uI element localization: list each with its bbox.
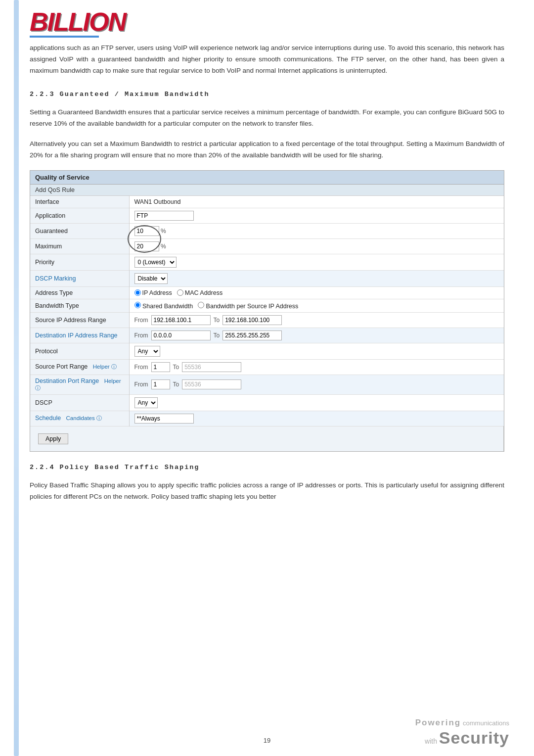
radio-per-source-bw-label[interactable]: Bandwidth per Source IP Address [198,302,298,310]
radio-per-source-bw[interactable] [198,302,204,308]
label-source-port-range: Source Port Range Helper ⓘ [30,359,129,375]
maximum-percent: % [161,243,166,250]
label-maximum: Maximum [30,238,129,254]
table-row: Protocol Any TCP UDP [30,343,504,359]
table-row: Schedule Candidates ⓘ [30,411,504,426]
source-port-to-label: To [173,364,179,371]
qos-subtitle: Add QoS Rule [30,185,504,196]
dest-port-helper-label: Helper [104,378,121,384]
value-address-type: IP Address MAC Address [129,286,504,299]
schedule-candidates-label: Candidates [66,415,95,421]
apply-row: Apply [30,426,504,451]
branding-area: Powering communications with Security [415,718,509,748]
dest-ip-from-label: From [134,332,148,339]
label-source-ip-range: Source IP Address Range [30,312,129,328]
qos-table-container: Quality of Service Add QoS Rule Interfac… [30,170,504,452]
value-dest-ip-range: From To [129,328,504,343]
source-port-from-input[interactable] [151,362,170,372]
powering-text: Powering [415,718,461,727]
qos-form-table: Interface WAN1 Outbound Application Guar… [30,196,504,451]
dest-port-from-label: From [134,381,148,388]
communications-text: communications [463,719,509,727]
source-port-from-label: From [134,364,148,371]
priority-select[interactable]: 0 (Lowest) 1 2 3 (Highest) [134,257,177,268]
with-text: with [425,737,437,745]
dest-ip-to-label: To [214,332,220,339]
header: BILLION [0,0,534,38]
source-ip-to-label: To [214,317,220,324]
section-223-heading: 2.2.3 Guaranteed / Maximum Bandwidth [30,91,504,98]
source-port-range-group: From To [134,362,499,372]
radio-mac-address-label[interactable]: MAC Address [177,289,222,296]
table-row: Source Port Range Helper ⓘ From To [30,359,504,375]
branding-powering: Powering communications [415,718,509,728]
section-224-heading: 2.2.4 Policy Based Traffic Shaping [30,464,504,471]
value-protocol: Any TCP UDP [129,343,504,359]
dest-port-range-group: From To [134,379,499,389]
dest-ip-to-input[interactable] [222,331,282,340]
source-port-helper-label: Helper [93,364,110,370]
guaranteed-input[interactable] [134,226,159,236]
schedule-candidates-icon[interactable]: ⓘ [96,415,102,421]
table-row: DSCP Any [30,394,504,411]
apply-cell: Apply [30,426,504,451]
label-priority: Priority [30,254,129,270]
source-ip-from-input[interactable] [151,315,211,325]
radio-mac-address[interactable] [177,289,183,296]
label-schedule: Schedule Candidates ⓘ [30,411,129,426]
label-dest-ip-range: Destination IP Address Range [30,328,129,343]
radio-shared-bw-label[interactable]: Shared Bandwidth [134,302,193,310]
label-guaranteed: Guaranteed [30,223,129,238]
dest-port-to-input[interactable] [182,379,241,389]
table-row: Source IP Address Range From To [30,312,504,328]
table-row: Destination IP Address Range From To [30,328,504,343]
protocol-select[interactable]: Any TCP UDP [134,346,160,357]
address-type-group: IP Address MAC Address [134,289,499,296]
page-number: 19 [264,737,270,744]
table-row: DSCP Marking Disable Enable [30,270,504,286]
radio-ip-address-label[interactable]: IP Address [134,289,172,296]
table-row: Guaranteed % [30,223,504,238]
dest-port-helper-icon[interactable]: ⓘ [35,385,41,391]
table-row: Priority 0 (Lowest) 1 2 3 (Highest) [30,254,504,270]
section-223-para2: Alternatively you can set a Maximum Band… [30,139,504,161]
maximum-input[interactable] [134,241,159,251]
table-row: Bandwidth Type Shared Bandwidth Bandwidt… [30,299,504,312]
intro-paragraph: applications such as an FTP server, user… [30,43,504,77]
qos-title: Quality of Service [30,171,504,185]
apply-button[interactable]: Apply [38,433,68,444]
logo-text: BILLION [30,9,109,35]
table-row: Address Type IP Address MAC Address [30,286,504,299]
bandwidth-type-group: Shared Bandwidth Bandwidth per Source IP… [134,302,499,310]
value-interface: WAN1 Outbound [129,196,504,208]
dest-ip-from-input[interactable] [151,331,211,340]
radio-ip-address[interactable] [134,289,141,296]
radio-shared-bw[interactable] [134,302,141,308]
dscp-marking-select[interactable]: Disable Enable [134,273,168,284]
dscp-select[interactable]: Any [134,397,158,408]
source-ip-range-group: From To [134,315,499,325]
label-address-type: Address Type [30,286,129,299]
table-row: Maximum % [30,238,504,254]
table-row: Application [30,208,504,223]
label-bandwidth-type: Bandwidth Type [30,299,129,312]
label-interface: Interface [30,196,129,208]
value-guaranteed: % [129,223,504,238]
value-source-ip-range: From To [129,312,504,328]
dest-ip-range-group: From To [134,331,499,340]
source-port-to-input[interactable] [182,362,241,372]
source-port-helper-icon[interactable]: ⓘ [111,364,117,370]
section-224-para1: Policy Based Traffic Shaping allows you … [30,480,504,503]
label-dscp: DSCP [30,394,129,411]
application-input[interactable] [134,211,194,221]
source-ip-to-input[interactable] [222,315,282,325]
label-dest-port-range: Destination Port Range Helper ⓘ [30,375,129,394]
security-text: Security [439,728,509,747]
value-application [129,208,504,223]
value-source-port-range: From To [129,359,504,375]
branding-with-security: with Security [415,728,509,748]
label-application: Application [30,208,129,223]
dest-port-from-input[interactable] [151,379,170,389]
table-row: Interface WAN1 Outbound [30,196,504,208]
schedule-input[interactable] [134,414,194,424]
